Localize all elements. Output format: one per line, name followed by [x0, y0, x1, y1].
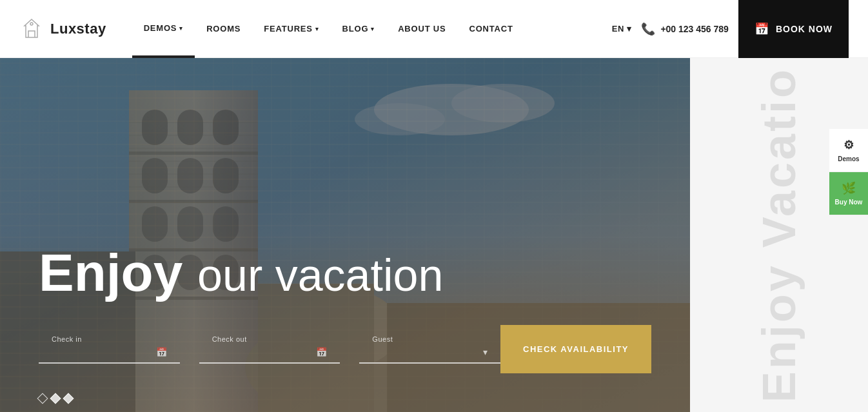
phone-area: 📞 +00 123 456 789 — [641, 22, 729, 36]
hero-headline: Enjoy our vacation — [39, 246, 651, 299]
book-now-button[interactable]: 📅 BOOK NOW — [738, 0, 849, 58]
hero-content: Enjoy our vacation Check in 📅 Check out … — [0, 58, 690, 412]
chevron-down-icon: ▾ — [627, 24, 632, 34]
slide-dot-2[interactable] — [50, 393, 61, 404]
header-right: EN ▾ 📞 +00 123 456 789 📅 BOOK NOW — [612, 0, 849, 58]
check-availability-button[interactable]: CHECK AVAILABILITY — [500, 325, 651, 373]
leaf-icon: 🌿 — [842, 181, 856, 195]
slide-dot-3[interactable] — [63, 393, 74, 404]
chevron-down-icon: ▾ — [315, 26, 319, 32]
slide-dot-1[interactable] — [37, 393, 48, 404]
calendar-icon: 📅 — [316, 347, 327, 357]
side-panel: ⚙ Demos 🌿 Buy Now — [829, 129, 868, 215]
nav-item-contact[interactable]: CONTACT — [457, 0, 524, 58]
checkin-field[interactable]: Check in 📅 — [39, 335, 180, 364]
nav-item-demos[interactable]: DEMOS ▾ — [132, 0, 195, 58]
calendar-icon: 📅 — [755, 22, 769, 36]
gear-icon: ⚙ — [843, 138, 854, 152]
nav-item-rooms[interactable]: ROOMS — [195, 0, 252, 58]
language-selector[interactable]: EN ▾ — [612, 24, 632, 34]
slide-indicators — [39, 395, 72, 402]
guest-field[interactable]: Guest ▾ — [359, 335, 500, 364]
nav-item-about[interactable]: ABOUT US — [386, 0, 457, 58]
phone-icon: 📞 — [641, 22, 655, 36]
logo-icon — [19, 17, 44, 41]
checkout-field[interactable]: Check out 📅 — [199, 335, 340, 364]
nav-item-features[interactable]: FEATURES ▾ — [252, 0, 330, 58]
calendar-icon: 📅 — [156, 347, 167, 357]
booking-bar: Check in 📅 Check out 📅 Guest ▾ — [39, 325, 651, 373]
logo[interactable]: Luxstay — [19, 17, 106, 41]
chevron-down-icon: ▾ — [483, 347, 488, 357]
buy-now-side-button[interactable]: 🌿 Buy Now — [829, 172, 868, 215]
chevron-down-icon: ▾ — [179, 25, 183, 32]
nav-item-blog[interactable]: BLOG ▾ — [331, 0, 387, 58]
hero-section: Enjoy Vacatio Enjoy our vacation Check i… — [0, 58, 868, 412]
header: Luxstay DEMOS ▾ ROOMS FEATURES ▾ BLOG ▾ … — [0, 0, 868, 58]
main-nav: DEMOS ▾ ROOMS FEATURES ▾ BLOG ▾ ABOUT US… — [132, 0, 612, 58]
hero-vertical-text: Enjoy Vacatio — [756, 67, 802, 402]
chevron-down-icon: ▾ — [371, 26, 375, 32]
demos-side-button[interactable]: ⚙ Demos — [829, 129, 868, 172]
svg-point-0 — [30, 23, 33, 25]
brand-name: Luxstay — [50, 21, 106, 37]
hero-right-panel: Enjoy Vacatio — [690, 58, 868, 412]
